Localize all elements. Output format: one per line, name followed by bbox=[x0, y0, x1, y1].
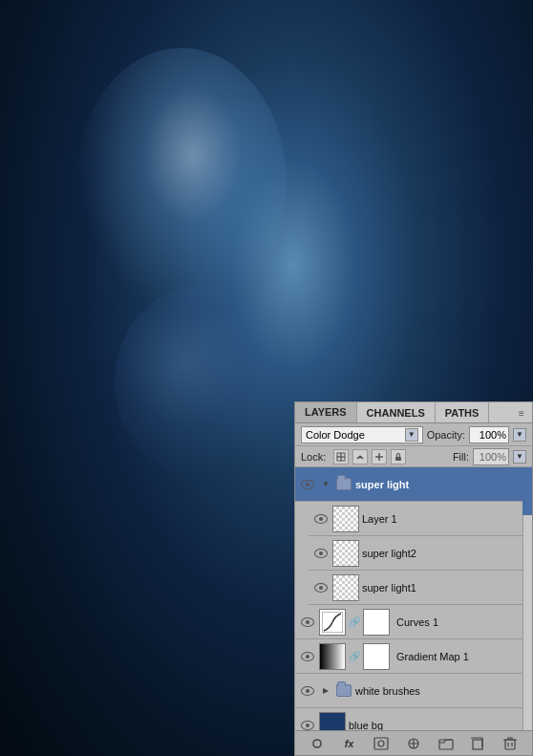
mask-thumb-gradmap1 bbox=[363, 643, 390, 670]
layer-name-super-light-group: super light bbox=[355, 479, 528, 490]
visibility-blue-bg[interactable] bbox=[299, 717, 316, 731]
layer-item-gradmap1[interactable]: 🔗 Gradient Map 1 bbox=[295, 639, 532, 674]
layers-panel: LAYERS CHANNELS PATHS ≡ Color Dodge ▼ Op… bbox=[294, 401, 533, 756]
blend-mode-arrow[interactable]: ▼ bbox=[405, 428, 418, 442]
svg-rect-9 bbox=[374, 738, 388, 749]
panel-tabs: LAYERS CHANNELS PATHS ≡ bbox=[295, 402, 532, 423]
visibility-super-light2[interactable] bbox=[312, 545, 330, 562]
visibility-layer1[interactable] bbox=[312, 510, 330, 528]
thumb-curves1 bbox=[319, 609, 346, 636]
lock-transparency-icon[interactable] bbox=[333, 449, 349, 464]
link-gradmap1: 🔗 bbox=[349, 651, 358, 661]
canvas-light bbox=[76, 48, 287, 315]
layer-item-super-light2[interactable]: super light2 bbox=[309, 536, 532, 571]
layer-item-curves1[interactable]: 🔗 Curves 1 bbox=[295, 605, 532, 639]
panel-menu-icon[interactable]: ≡ bbox=[515, 406, 528, 420]
svg-point-4 bbox=[359, 455, 362, 458]
thumb-gradmap1 bbox=[319, 643, 346, 670]
new-fill-adjustment-icon[interactable] bbox=[404, 734, 423, 753]
layer-name-layer1: Layer 1 bbox=[362, 513, 528, 525]
tab-layers[interactable]: LAYERS bbox=[295, 402, 357, 422]
link-curves1: 🔗 bbox=[349, 616, 358, 627]
svg-rect-2 bbox=[337, 457, 341, 461]
folder-icon-super-light-group bbox=[335, 477, 352, 492]
tab-paths[interactable]: PATHS bbox=[436, 402, 490, 422]
opacity-arrow[interactable]: ▼ bbox=[513, 428, 526, 442]
mask-thumb-curves1 bbox=[363, 609, 390, 636]
opacity-label: Opacity: bbox=[427, 429, 465, 441]
delete-layer-icon[interactable] bbox=[501, 734, 520, 753]
eye-icon bbox=[301, 721, 314, 730]
layer-name-white-brushes: white brushes bbox=[355, 685, 528, 697]
lock-position-icon[interactable] bbox=[372, 449, 387, 464]
svg-point-10 bbox=[378, 741, 384, 746]
new-group-icon[interactable] bbox=[437, 734, 456, 753]
eye-icon bbox=[301, 652, 314, 661]
thumb-super-light1 bbox=[332, 574, 359, 601]
layer-item-layer1[interactable]: Layer 1 bbox=[309, 502, 532, 536]
opacity-row: Opacity: 100% ▼ bbox=[427, 426, 526, 443]
folder-icon-white-brushes bbox=[335, 683, 352, 699]
canvas-light2 bbox=[115, 287, 287, 478]
scrollbar-track[interactable] bbox=[522, 467, 532, 730]
folder-shape bbox=[336, 478, 352, 490]
lock-row: Lock: Fill: 100% ▼ bbox=[295, 446, 532, 467]
blend-mode-select[interactable]: Color Dodge ▼ bbox=[301, 426, 423, 443]
thumb-blue-bg bbox=[319, 712, 346, 731]
lock-all-icon[interactable] bbox=[391, 449, 406, 464]
lock-image-pixels-icon[interactable] bbox=[352, 449, 368, 464]
svg-rect-3 bbox=[341, 453, 345, 457]
visibility-gradmap1[interactable] bbox=[299, 648, 316, 665]
svg-rect-0 bbox=[337, 453, 341, 457]
layers-list: ▼ super light Layer 1 super light2 bbox=[295, 467, 532, 730]
eye-icon bbox=[314, 583, 328, 593]
svg-rect-14 bbox=[505, 740, 515, 749]
scrollbar-thumb[interactable] bbox=[522, 467, 532, 515]
eye-icon bbox=[314, 514, 328, 524]
opacity-field[interactable]: 100% bbox=[469, 426, 509, 443]
visibility-white-brushes[interactable] bbox=[299, 682, 316, 700]
visibility-super-light1[interactable] bbox=[312, 579, 330, 596]
svg-rect-12 bbox=[439, 740, 453, 749]
lock-label: Lock: bbox=[301, 451, 326, 463]
layer-name-blue-bg: blue bg bbox=[349, 720, 528, 731]
link-layers-icon[interactable] bbox=[308, 734, 327, 753]
layer-item-super-light1[interactable]: super light1 bbox=[309, 571, 532, 605]
svg-rect-13 bbox=[473, 740, 482, 749]
visibility-curves1[interactable] bbox=[299, 614, 316, 631]
layer-item-super-light-group[interactable]: ▼ super light bbox=[295, 467, 532, 502]
thumb-super-light2 bbox=[332, 540, 359, 567]
thumb-layer1 bbox=[332, 506, 359, 532]
fill-field[interactable]: 100% bbox=[473, 448, 509, 465]
new-layer-icon[interactable] bbox=[468, 734, 487, 753]
blend-mode-row: Color Dodge ▼ Opacity: 100% ▼ bbox=[295, 423, 532, 446]
eye-icon bbox=[314, 549, 328, 558]
expand-white-brushes[interactable]: ▶ bbox=[319, 684, 332, 698]
layer-name-gradmap1: Gradient Map 1 bbox=[396, 651, 528, 662]
fill-row: Fill: 100% ▼ bbox=[453, 448, 526, 465]
eye-icon bbox=[301, 480, 314, 489]
eye-icon bbox=[301, 617, 314, 627]
fill-arrow[interactable]: ▼ bbox=[513, 450, 526, 464]
layer-name-curves1: Curves 1 bbox=[396, 616, 528, 628]
add-mask-icon[interactable] bbox=[372, 734, 391, 753]
expand-super-light-group[interactable]: ▼ bbox=[319, 478, 332, 491]
visibility-super-light-group[interactable] bbox=[299, 476, 316, 493]
eye-icon bbox=[301, 686, 314, 696]
panel-bottom-toolbar: fx bbox=[295, 730, 532, 755]
tab-channels[interactable]: CHANNELS bbox=[357, 402, 436, 422]
layer-item-white-brushes[interactable]: ▶ white brushes bbox=[295, 674, 532, 708]
svg-rect-1 bbox=[341, 457, 345, 461]
layer-item-blue-bg[interactable]: blue bg bbox=[295, 708, 532, 730]
fill-label: Fill: bbox=[453, 451, 469, 463]
layer-name-super-light1: super light1 bbox=[362, 582, 528, 594]
folder-shape bbox=[336, 684, 352, 697]
layer-name-super-light2: super light2 bbox=[362, 548, 528, 559]
fx-icon[interactable]: fx bbox=[340, 734, 359, 753]
svg-rect-5 bbox=[395, 457, 401, 461]
